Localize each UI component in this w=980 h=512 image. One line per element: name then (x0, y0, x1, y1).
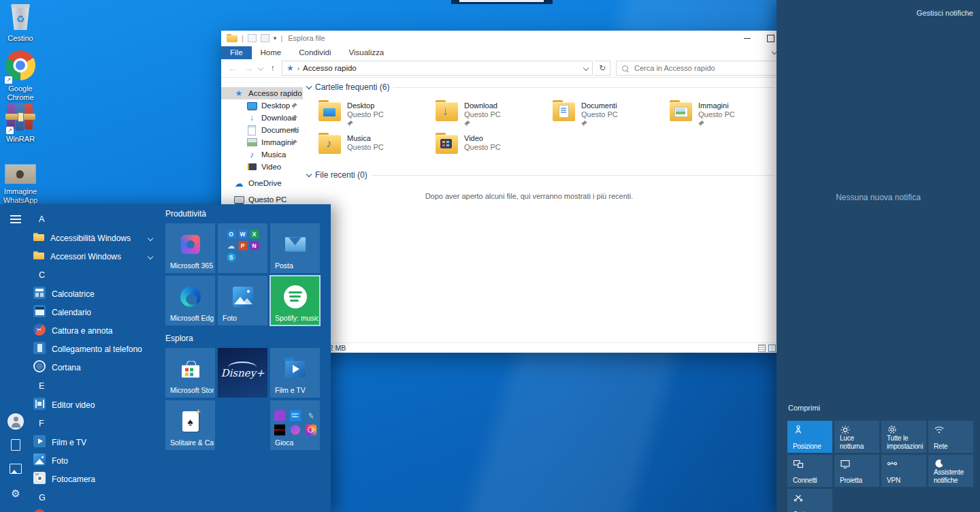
tab-file[interactable]: File (221, 46, 252, 59)
sidebar-item-accesso-rapido[interactable]: ★Accesso rapido (221, 87, 303, 99)
sidebar-item-desktop[interactable]: Desktop (221, 99, 303, 112)
folder-name: Download (464, 101, 501, 110)
tile-label: Gioca (275, 439, 318, 447)
app-list-item-calendario[interactable]: Calendario (27, 303, 163, 321)
rail-settings-icon[interactable]: ⚙ (7, 488, 24, 498)
quick-action-vpn[interactable]: VPN (881, 455, 926, 487)
app-list-item-fotocamera[interactable]: Fotocamera (27, 470, 163, 488)
tile-film-e-tv[interactable]: Film e TV (270, 348, 320, 398)
quick-action-tutte-le-impostazioni[interactable]: Tutte le impostazioni (881, 421, 926, 453)
rail-menu-icon[interactable] (7, 213, 24, 225)
folder-name: Musica (347, 134, 384, 142)
musica-icon: ♪ (246, 150, 257, 159)
sidebar-item-documenti[interactable]: Documenti (221, 124, 303, 136)
app-list-item-film-e-tv[interactable]: Film e TV (27, 433, 163, 451)
qat-new-folder-icon[interactable] (261, 34, 270, 42)
minimize-button[interactable] (735, 31, 759, 46)
sidebar-item-download[interactable]: ↓Download (221, 112, 303, 124)
shortcut-arrow-icon: ↗ (6, 127, 14, 134)
breadcrumb: Accesso rapido (303, 64, 357, 72)
folder-tile-download[interactable]: ↓DownloadQuesto PC (436, 100, 553, 133)
sidebar-item-onedrive[interactable]: ☁OneDrive (221, 177, 303, 189)
app-list-header-g[interactable]: G (27, 488, 163, 507)
collapse-quick-actions-link[interactable]: Comprimi (788, 404, 820, 412)
pin-icon (291, 140, 297, 146)
shortcut-arrow-icon: ↗ (5, 76, 12, 84)
back-button[interactable]: ← (225, 64, 240, 73)
app-list-header-e[interactable]: E (27, 377, 163, 396)
app-list-header-a[interactable]: A (27, 210, 163, 229)
recent-locations-icon[interactable] (258, 65, 263, 71)
qat-properties-icon[interactable] (248, 34, 257, 42)
address-bar[interactable]: ★ › Accesso rapido (282, 61, 593, 76)
tile-foto[interactable]: Foto (218, 276, 267, 325)
folder-tile-musica[interactable]: ♪MusicaQuesto PC (318, 133, 436, 165)
app-list-item-foto[interactable]: Foto (27, 451, 163, 470)
tab-condividi[interactable]: Condividi (290, 46, 340, 59)
desktop-icon-cestino[interactable]: ♻Cestino (3, 4, 38, 43)
tab-visualizza[interactable]: Visualizza (340, 46, 393, 59)
tile-office-apps[interactable]: OWX☁PNS (218, 223, 267, 273)
tab-home[interactable]: Home (252, 46, 291, 59)
tile-solitaire-ca[interactable]: ♠+Solitaire & Ca... (165, 400, 215, 450)
sidebar-item-musica[interactable]: ♪Musica (221, 148, 303, 161)
collapse-icon[interactable] (306, 171, 312, 176)
quick-action-assistente-notifiche[interactable]: Assistente notifiche (928, 455, 973, 487)
app-list-item-cattura-e-annota[interactable]: ✂Cattura e annota (27, 321, 163, 340)
sidebar-item-immagini[interactable]: Immagini (221, 136, 303, 148)
folder-tile-desktop[interactable]: DesktopQuesto PC (318, 100, 436, 133)
tile-disney-plus[interactable]: Disney+ (218, 348, 267, 398)
quick-action-proietta[interactable]: Proietta (834, 455, 879, 487)
refresh-button[interactable]: ↻ (595, 61, 610, 76)
quick-action-connetti[interactable]: Connetti (787, 455, 832, 487)
tile-microsoft-store[interactable]: Microsoft Store (165, 348, 215, 398)
calendario-icon (33, 305, 46, 319)
desktop-icon-google-chrome[interactable]: ↗Google Chrome (3, 50, 38, 101)
quick-action-rete[interactable]: Rete (928, 421, 973, 453)
section-recent-files[interactable]: File recenti (0) (307, 170, 774, 180)
folder-tile-documenti[interactable]: DocumentiQuesto PC (553, 100, 670, 133)
collapse-icon[interactable] (306, 83, 312, 89)
rail-user-icon[interactable] (7, 413, 24, 430)
quick-action-label: Connetti (793, 477, 832, 485)
tile-microsoft-365[interactable]: Microsoft 365... (165, 223, 215, 273)
app-label: Collegamento al telefono (52, 345, 142, 354)
breadcrumb-separator: › (297, 65, 299, 72)
app-list-item-cortana[interactable]: Cortana (27, 358, 163, 377)
quick-action-posizione[interactable]: Posizione (787, 421, 832, 453)
app-list-header-c[interactable]: C (27, 266, 163, 285)
tile-gioca[interactable]: primevideo✎NETFLIXGioca (270, 400, 320, 450)
tile-label: Posta (275, 262, 318, 270)
quick-action-cattura[interactable]: Cattura (787, 489, 832, 512)
rail-pictures-icon[interactable] (7, 464, 24, 474)
app-list-item-calcolatrice[interactable]: Calcolatrice (27, 285, 163, 303)
app-list-header-f[interactable]: F (27, 414, 163, 433)
manage-notifications-link[interactable]: Gestisci notifiche (917, 9, 973, 17)
forward-button[interactable]: → (242, 64, 256, 73)
folder-tile-video[interactable]: VideoQuesto PC (436, 133, 553, 165)
search-input[interactable] (633, 63, 772, 73)
tile-posta[interactable]: Posta (270, 223, 320, 273)
desktop-icon-winrar[interactable]: ↗WinRAR (3, 103, 38, 144)
tile-spotify-music[interactable]: Spotify: music... (270, 276, 320, 325)
sidebar-item-video[interactable]: Video (221, 161, 303, 173)
calcolatrice-icon (33, 287, 46, 301)
app-list-item-google-chrome[interactable]: Google Chrome (27, 507, 163, 512)
thumbnails-view-icon[interactable] (768, 345, 776, 352)
quick-action-luce-notturna[interactable]: Luce notturna (834, 421, 879, 453)
folder-tile-immagini[interactable]: ImmaginiQuesto PC (670, 100, 787, 133)
tile-label: Spotify: music... (275, 315, 318, 322)
address-dropdown-icon[interactable] (583, 65, 589, 71)
up-button[interactable]: ↑ (265, 64, 280, 72)
app-list-item-accessori-windows[interactable]: Accessori Windows (27, 247, 163, 266)
section-frequent-folders[interactable]: Cartelle frequenti (6) (307, 82, 774, 92)
details-view-icon[interactable] (758, 345, 766, 352)
quick-action-label: VPN (887, 477, 926, 485)
connect-icon (793, 458, 804, 469)
app-list-item-accessibilit-windows[interactable]: Accessibilità Windows (27, 229, 163, 247)
qat-customize-icon[interactable]: ▾ (274, 35, 277, 42)
app-list-item-collegamento-al-telefono[interactable]: Collegamento al telefono (27, 340, 163, 358)
app-list-item-editor-video[interactable]: Editor video (27, 396, 163, 414)
rail-documents-icon[interactable] (7, 439, 24, 451)
tile-microsoft-edge[interactable]: Microsoft Edge (165, 276, 215, 325)
